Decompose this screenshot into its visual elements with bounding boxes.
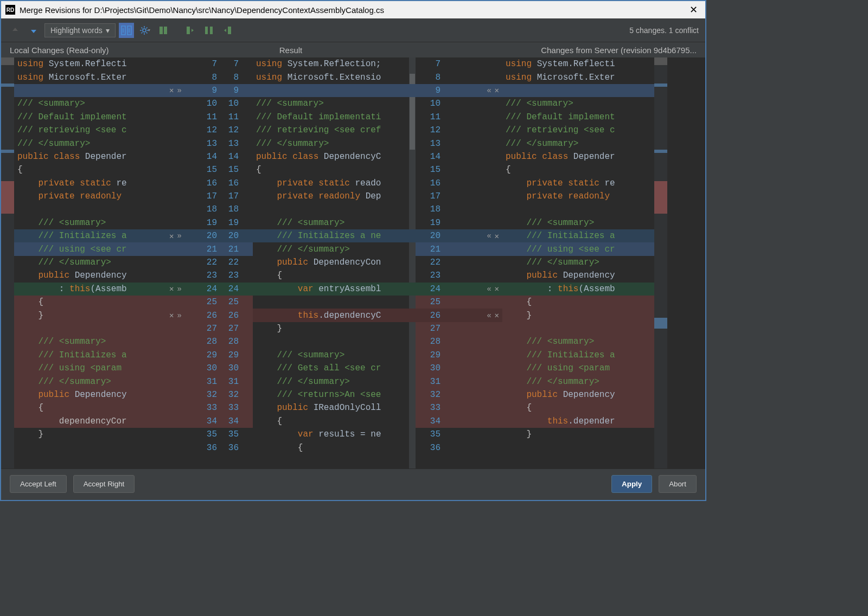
code-line[interactable]: } bbox=[502, 309, 654, 322]
code-line[interactable] bbox=[253, 203, 416, 216]
code-line[interactable]: /// Initializes a bbox=[14, 229, 166, 242]
code-line[interactable]: private static re bbox=[502, 177, 654, 190]
code-line[interactable]: public Dependency bbox=[502, 388, 654, 401]
left-code-pane[interactable]: using System.Reflectiusing Microsoft.Ext… bbox=[14, 57, 166, 469]
code-line[interactable]: /// Default implement bbox=[14, 111, 166, 124]
code-line[interactable]: /// Initializes a bbox=[502, 349, 654, 362]
code-line[interactable] bbox=[14, 84, 166, 97]
accept-right-icon[interactable]: » bbox=[177, 311, 181, 320]
code-line[interactable]: public class DependencyC bbox=[253, 150, 416, 163]
code-line[interactable]: /// </summary> bbox=[502, 137, 654, 150]
accept-left-icon[interactable]: « bbox=[487, 86, 491, 95]
code-line[interactable]: { bbox=[253, 415, 416, 428]
code-line[interactable]: } bbox=[14, 428, 166, 441]
code-line[interactable]: using System.Reflection; bbox=[253, 57, 416, 70]
code-line[interactable] bbox=[253, 84, 416, 97]
code-line[interactable]: /// <summary> bbox=[253, 97, 416, 110]
code-line[interactable]: { bbox=[14, 401, 166, 414]
code-line[interactable]: public Dependency bbox=[14, 269, 166, 282]
code-line[interactable]: var entryAssembl bbox=[253, 283, 416, 296]
code-line[interactable]: /// Initializes a bbox=[14, 349, 166, 362]
code-line[interactable]: public Dependency bbox=[14, 388, 166, 401]
code-line[interactable]: private readonly Dep bbox=[253, 190, 416, 203]
code-line[interactable]: using System.Reflecti bbox=[14, 57, 166, 70]
code-line[interactable]: /// <summary> bbox=[14, 335, 166, 348]
code-line[interactable]: { bbox=[253, 163, 416, 176]
code-line[interactable]: /// <summary> bbox=[253, 349, 416, 362]
accept-left-icon[interactable]: « bbox=[487, 232, 491, 240]
right-code-pane[interactable]: using System.Reflectiusing Microsoft.Ext… bbox=[502, 57, 654, 469]
reject-icon[interactable]: ✕ bbox=[169, 284, 174, 293]
code-line[interactable] bbox=[502, 441, 654, 454]
reject-icon[interactable]: ✕ bbox=[169, 311, 174, 320]
code-line[interactable]: using Microsoft.Exter bbox=[502, 70, 654, 84]
code-line[interactable]: /// retrieving <see c bbox=[14, 124, 166, 137]
code-line[interactable]: /// <summary> bbox=[502, 97, 654, 110]
code-line[interactable] bbox=[502, 84, 654, 97]
code-line[interactable] bbox=[502, 203, 654, 216]
code-line[interactable]: /// retrieving <see cref bbox=[253, 124, 416, 137]
reject-icon[interactable]: ✕ bbox=[169, 86, 174, 95]
code-line[interactable] bbox=[253, 335, 416, 348]
code-line[interactable]: : this(Assemb bbox=[14, 283, 166, 296]
reject-icon[interactable]: ✕ bbox=[169, 232, 174, 241]
code-line[interactable]: { bbox=[502, 296, 654, 309]
code-line[interactable]: /// <summary> bbox=[502, 335, 654, 348]
code-line[interactable]: /// Gets all <see cr bbox=[253, 362, 416, 375]
code-line[interactable] bbox=[14, 203, 166, 216]
code-line[interactable]: using System.Reflecti bbox=[502, 57, 654, 70]
code-line[interactable] bbox=[502, 322, 654, 335]
code-line[interactable]: private static reado bbox=[253, 177, 416, 190]
apply-nonconflict-both-button[interactable] bbox=[201, 23, 216, 38]
code-line[interactable]: { bbox=[14, 296, 166, 309]
code-line[interactable]: /// </summary> bbox=[14, 256, 166, 269]
settings-button[interactable]: ▾ bbox=[137, 23, 152, 38]
prev-diff-button[interactable] bbox=[8, 23, 23, 38]
accept-right-button[interactable]: Accept Right bbox=[73, 475, 135, 493]
code-line[interactable]: /// </summary> bbox=[14, 375, 166, 388]
code-line[interactable]: /// <summary> bbox=[253, 216, 416, 229]
highlight-dropdown[interactable]: Highlight words ▾ bbox=[44, 23, 116, 37]
code-line[interactable]: /// </summary> bbox=[14, 137, 166, 150]
code-line[interactable]: public class Depender bbox=[14, 150, 166, 163]
middle-code-pane[interactable]: using System.Reflection;using Microsoft.… bbox=[253, 57, 416, 469]
code-line[interactable]: { bbox=[253, 441, 416, 454]
code-line[interactable] bbox=[253, 296, 416, 309]
code-line[interactable]: /// <returns>An <see bbox=[253, 388, 416, 401]
code-line[interactable]: /// </summary> bbox=[253, 242, 416, 255]
code-line[interactable]: /// <summary> bbox=[14, 97, 166, 110]
reject-icon[interactable]: ✕ bbox=[495, 284, 499, 293]
accept-right-icon[interactable]: » bbox=[177, 285, 181, 293]
apply-nonconflict-right-button[interactable] bbox=[220, 23, 235, 38]
abort-button[interactable]: Abort bbox=[659, 475, 697, 493]
code-line[interactable]: this.dependencyC bbox=[253, 309, 416, 322]
code-line[interactable]: { bbox=[253, 269, 416, 282]
code-line[interactable]: /// </summary> bbox=[502, 375, 654, 388]
code-line[interactable]: { bbox=[502, 163, 654, 176]
code-line[interactable]: this.depender bbox=[502, 415, 654, 428]
apply-button[interactable]: Apply bbox=[611, 475, 652, 493]
accept-left-icon[interactable]: « bbox=[487, 285, 491, 293]
accept-right-icon[interactable]: » bbox=[177, 232, 181, 240]
code-line[interactable]: /// </summary> bbox=[502, 256, 654, 269]
code-line[interactable]: /// Default implement bbox=[502, 111, 654, 124]
close-button[interactable]: ✕ bbox=[686, 4, 701, 16]
code-line[interactable]: using Microsoft.Exter bbox=[14, 70, 166, 84]
code-line[interactable]: private static re bbox=[14, 177, 166, 190]
code-line[interactable]: /// using <see cr bbox=[502, 242, 654, 255]
reject-icon[interactable]: ✕ bbox=[495, 86, 499, 95]
code-line[interactable]: /// </summary> bbox=[253, 375, 416, 388]
accept-right-icon[interactable]: » bbox=[177, 86, 181, 95]
code-line[interactable] bbox=[14, 322, 166, 335]
next-diff-button[interactable] bbox=[26, 23, 41, 38]
code-line[interactable]: var results = ne bbox=[253, 428, 416, 441]
apply-nonconflict-left-button[interactable] bbox=[183, 23, 198, 38]
code-line[interactable]: dependencyCor bbox=[14, 415, 166, 428]
code-line[interactable]: /// <summary> bbox=[14, 216, 166, 229]
code-line[interactable]: } bbox=[253, 322, 416, 335]
code-line[interactable]: : this(Assemb bbox=[502, 283, 654, 296]
right-overview-ruler[interactable] bbox=[654, 57, 667, 469]
code-line[interactable]: /// Default implementati bbox=[253, 111, 416, 124]
code-line[interactable]: public Dependency bbox=[502, 269, 654, 282]
code-line[interactable]: public DependencyCon bbox=[253, 256, 416, 269]
